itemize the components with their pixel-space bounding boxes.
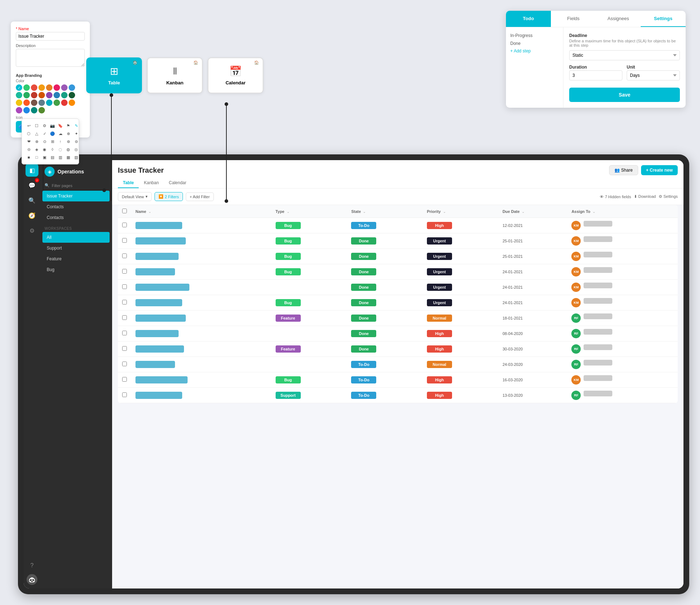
tab-calendar[interactable]: 🏠 📅 Calendar — [208, 57, 263, 93]
color-swatch-14[interactable] — [61, 92, 68, 98]
nav-issue-tracker[interactable]: Issue Tracker — [42, 191, 110, 201]
name-input[interactable] — [16, 32, 85, 41]
picker-icon-17[interactable]: ⊞ — [49, 138, 56, 145]
picker-icon-10[interactable]: 🔵 — [49, 130, 56, 137]
nav-tab-table[interactable]: Table — [118, 178, 139, 188]
color-swatch-0[interactable] — [16, 84, 22, 91]
picker-icon-20[interactable]: ⊜ — [73, 138, 79, 145]
color-swatch-10[interactable] — [31, 92, 37, 98]
color-swatch-13[interactable] — [54, 92, 60, 98]
row-checkbox-4[interactable] — [122, 284, 127, 289]
nav-contacts-2[interactable]: Contacts — [42, 212, 110, 223]
toolbar-settings-button[interactable]: ⚙ Settings — [659, 194, 678, 199]
workspace-all[interactable]: All — [42, 232, 110, 243]
picker-icon-16[interactable]: ⊙ — [41, 138, 48, 145]
hidden-fields-button[interactable]: 👁 7 Hidden fields — [600, 195, 631, 199]
picker-icon-29[interactable]: □ — [33, 154, 40, 160]
picker-icon-28[interactable]: ■ — [26, 154, 32, 160]
type-column-header[interactable]: Type ⌄ — [271, 205, 347, 218]
row-checkbox-0[interactable] — [122, 223, 127, 227]
picker-icon-34[interactable]: ▧ — [73, 154, 79, 160]
color-swatch-5[interactable] — [54, 84, 60, 91]
sidebar-icon-search[interactable]: 🔍 — [26, 194, 38, 207]
color-swatch-17[interactable] — [23, 99, 30, 106]
picker-icon-12[interactable]: ⊕ — [65, 130, 72, 137]
picker-icon-27[interactable]: ◎ — [73, 146, 79, 153]
tab-kanban[interactable]: 🏠 ⫴ Kanban — [147, 57, 203, 93]
color-swatch-18[interactable] — [31, 99, 37, 106]
picker-icon-24[interactable]: ◊ — [49, 146, 56, 153]
select-all-checkbox[interactable] — [122, 209, 127, 213]
picker-icon-5[interactable]: ⚑ — [65, 122, 72, 129]
nav-tab-calendar[interactable]: Calendar — [164, 178, 192, 188]
tab-table[interactable]: 🏠 ⊞ Table — [86, 57, 142, 93]
save-button[interactable]: Save — [569, 88, 680, 102]
sidebar-icon-compass[interactable]: 🧭 — [26, 209, 38, 222]
row-checkbox-7[interactable] — [122, 331, 127, 335]
settings-tab-todo[interactable]: Todo — [506, 11, 551, 27]
row-checkbox-8[interactable] — [122, 346, 127, 351]
picker-icon-9[interactable]: ✓ — [41, 130, 48, 137]
color-swatch-9[interactable] — [23, 92, 30, 98]
workspace-support[interactable]: Support — [42, 243, 110, 253]
color-swatch-6[interactable] — [61, 84, 68, 91]
picker-icon-23[interactable]: ◉ — [41, 146, 48, 153]
settings-tab-assignees[interactable]: Assignees — [596, 11, 641, 27]
picker-icon-19[interactable]: ⊛ — [65, 138, 72, 145]
color-swatch-1[interactable] — [23, 84, 30, 91]
user-avatar[interactable]: 🐼 — [27, 574, 37, 585]
duration-input[interactable] — [569, 70, 622, 80]
create-button[interactable]: + Create new — [641, 165, 678, 175]
description-input[interactable] — [16, 49, 85, 67]
picker-icon-4[interactable]: 🔖 — [57, 122, 64, 129]
priority-column-header[interactable]: Priority ⌄ — [423, 205, 498, 218]
unit-select[interactable]: Days Hours Minutes — [627, 70, 680, 80]
color-swatch-12[interactable] — [46, 92, 52, 98]
color-swatch-2[interactable] — [31, 84, 37, 91]
row-checkbox-3[interactable] — [122, 269, 127, 274]
deadline-select[interactable]: Static Dynamic — [569, 50, 680, 60]
row-checkbox-10[interactable] — [122, 377, 127, 382]
settings-tab-fields[interactable]: Fields — [551, 11, 596, 27]
share-button[interactable]: 👥 Share — [609, 165, 638, 175]
picker-icon-26[interactable]: ◍ — [65, 146, 72, 153]
picker-icon-13[interactable]: ✦ — [73, 130, 79, 137]
add-step-button[interactable]: + Add step — [510, 48, 531, 53]
row-checkbox-11[interactable] — [122, 392, 127, 397]
picker-icon-33[interactable]: ▦ — [65, 154, 72, 160]
color-swatch-20[interactable] — [46, 99, 52, 106]
row-checkbox-2[interactable] — [122, 253, 127, 258]
picker-icon-7[interactable]: ⬡ — [26, 130, 32, 137]
duedate-column-header[interactable]: Due Date ⌄ — [498, 205, 567, 218]
picker-icon-8[interactable]: △ — [33, 130, 40, 137]
name-column-header[interactable]: Name ⌄ — [131, 205, 271, 218]
sidebar-icon-layers[interactable]: ◧ — [26, 164, 38, 177]
picker-icon-30[interactable]: ▣ — [41, 154, 48, 160]
row-checkbox-6[interactable] — [122, 315, 127, 320]
default-view-button[interactable]: Default View ▾ — [118, 192, 152, 201]
picker-icon-0[interactable]: ↩ — [26, 122, 32, 129]
settings-tab-settings[interactable]: Settings — [641, 11, 686, 27]
nav-tab-kanban[interactable]: Kanban — [139, 178, 164, 188]
picker-icon-1[interactable]: ☐ — [33, 122, 40, 129]
workspace-bug[interactable]: Bug — [42, 264, 110, 275]
picker-icon-31[interactable]: ▤ — [49, 154, 56, 160]
color-swatch-16[interactable] — [16, 99, 22, 106]
color-swatch-22[interactable] — [61, 99, 68, 106]
color-swatch-15[interactable] — [69, 92, 75, 98]
color-swatch-25[interactable] — [23, 107, 30, 113]
sidebar-icon-help[interactable]: ? — [26, 559, 38, 572]
sidebar-icon-notifications[interactable]: 💬 2 — [26, 179, 38, 192]
sidebar-icon-settings[interactable]: ⚙ — [26, 224, 38, 237]
picker-icon-15[interactable]: ⊗ — [33, 138, 40, 145]
nav-contacts-1[interactable]: Contacts — [42, 201, 110, 212]
picker-icon-2[interactable]: ⚙ — [41, 122, 48, 129]
color-swatch-21[interactable] — [54, 99, 60, 106]
color-swatch-4[interactable] — [46, 84, 52, 91]
picker-icon-11[interactable]: ☁ — [57, 130, 64, 137]
picker-icon-6[interactable]: ✎ — [73, 122, 79, 129]
row-checkbox-5[interactable] — [122, 300, 127, 304]
row-checkbox-9[interactable] — [122, 362, 127, 366]
color-swatch-27[interactable] — [38, 107, 45, 113]
picker-icon-21[interactable]: ⊝ — [26, 146, 32, 153]
